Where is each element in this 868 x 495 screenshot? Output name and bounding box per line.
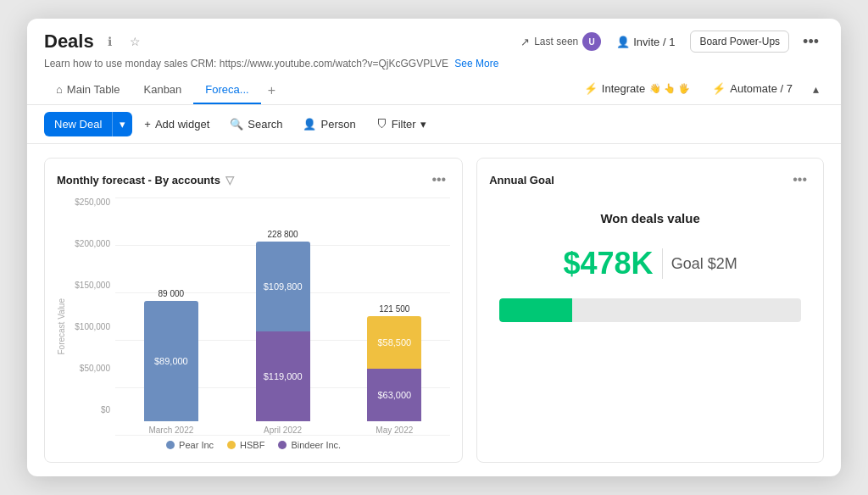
info-icon-btn[interactable]: ℹ bbox=[101, 32, 120, 51]
progress-bar-container bbox=[499, 298, 801, 322]
legend-pear-dot bbox=[166, 441, 175, 449]
y-axis: $250,000 $200,000 $150,000 $100,000 $50,… bbox=[68, 197, 115, 435]
subtitle-text: Learn how to use monday sales CRM: https… bbox=[44, 58, 448, 70]
new-deal-label[interactable]: New Deal bbox=[44, 112, 112, 136]
goal-target-label: Goal $2M bbox=[671, 255, 737, 273]
person-button[interactable]: 👤 Person bbox=[294, 113, 364, 136]
y-label-0: $0 bbox=[101, 405, 110, 414]
chart-card-header: Monthly forecast - By accounts ▽ ••• bbox=[57, 170, 450, 189]
bar-group-april: 228 800 $109,800 $119,000 April 2022 bbox=[256, 230, 310, 435]
automate-button[interactable]: ⚡ Automate / 7 bbox=[705, 78, 799, 99]
y-axis-label: Forecast Value bbox=[57, 278, 66, 355]
chart-outer: Forecast Value $250,000 $200,000 $150,00… bbox=[57, 197, 450, 435]
y-label-200k: $200,000 bbox=[75, 239, 110, 248]
add-widget-button[interactable]: + Add widget bbox=[136, 113, 218, 136]
new-deal-button[interactable]: New Deal ▾ bbox=[44, 112, 132, 136]
bar-march-total: 89 000 bbox=[159, 289, 185, 298]
progress-bar-fill bbox=[499, 298, 571, 322]
chart-legend: Pear Inc HSBF Bindeer Inc. bbox=[57, 440, 450, 450]
legend-bindeer: Bindeer Inc. bbox=[278, 440, 341, 450]
header-actions: ↗ Last seen U 👤 Invite / 1 Board Power-U… bbox=[520, 31, 824, 53]
tab-kanban-label: Kanban bbox=[144, 83, 182, 96]
invite-button[interactable]: 👤 Invite / 1 bbox=[609, 32, 682, 52]
toolbar-left: New Deal ▾ + Add widget 🔍 Search 👤 Perso… bbox=[44, 112, 435, 136]
chart-title-text: Monthly forecast - By accounts bbox=[57, 174, 220, 186]
collapse-button[interactable]: ▴ bbox=[808, 79, 824, 99]
app-window: Deals ℹ ☆ ↗ Last seen U 👤 Invite / 1 bbox=[27, 19, 841, 476]
person-icon: 👤 bbox=[303, 118, 316, 131]
page-title: Deals bbox=[44, 31, 94, 53]
tab-add-button[interactable]: + bbox=[261, 78, 282, 103]
tab-main-table-label: Main Table bbox=[67, 83, 120, 96]
plus-icon: + bbox=[144, 118, 151, 131]
info-icon: ℹ bbox=[108, 35, 112, 48]
bar-may-hsbf: $58,500 bbox=[367, 316, 421, 369]
y-label-50k: $50,000 bbox=[80, 364, 110, 373]
chart-menu-button[interactable]: ••• bbox=[427, 170, 450, 189]
bar-april-stack: $109,800 $119,000 bbox=[256, 242, 310, 421]
star-icon-btn[interactable]: ☆ bbox=[126, 32, 145, 51]
chart-filter-icon: ▽ bbox=[225, 174, 234, 186]
last-seen: ↗ Last seen U bbox=[520, 32, 601, 51]
subtitle: Learn how to use monday sales CRM: https… bbox=[44, 58, 824, 70]
legend-bindeer-dot bbox=[278, 441, 287, 449]
see-more-link[interactable]: See More bbox=[454, 58, 498, 70]
goal-current-value: $478K bbox=[564, 246, 654, 281]
filter-label: Filter bbox=[392, 118, 416, 131]
legend-hsbf-label: HSBF bbox=[240, 440, 264, 450]
annual-goal-menu-button[interactable]: ••• bbox=[788, 170, 811, 189]
chevron-up-icon: ▴ bbox=[813, 82, 819, 96]
hands-icons: 👋 👆 🖐 bbox=[649, 83, 690, 94]
chart-area: Forecast Value $250,000 $200,000 $150,00… bbox=[57, 197, 450, 450]
bar-may-bindeer: $63,000 bbox=[367, 369, 421, 421]
bar-march-stack: $89,000 bbox=[144, 301, 198, 421]
tab-kanban[interactable]: Kanban bbox=[132, 76, 194, 104]
y-label-250k: $250,000 bbox=[75, 197, 110, 207]
integrate-label: Integrate bbox=[602, 82, 645, 95]
bar-may-stack: $58,500 $63,000 bbox=[367, 316, 421, 421]
title-row: Deals ℹ ☆ bbox=[44, 31, 145, 53]
more-button[interactable]: ••• bbox=[798, 31, 824, 53]
new-deal-dropdown-icon[interactable]: ▾ bbox=[112, 112, 132, 136]
monthly-forecast-card: Monthly forecast - By accounts ▽ ••• For… bbox=[44, 158, 463, 463]
filter-button[interactable]: ⛉ Filter ▾ bbox=[368, 113, 435, 136]
bar-group-march: 89 000 $89,000 March 2022 bbox=[144, 289, 198, 435]
bar-march-label: March 2022 bbox=[148, 425, 193, 435]
content: Monthly forecast - By accounts ▽ ••• For… bbox=[27, 144, 841, 476]
y-label-150k: $150,000 bbox=[75, 281, 110, 290]
goal-value-row: $478K Goal $2M bbox=[489, 246, 811, 281]
y-label-100k: $100,000 bbox=[75, 322, 110, 331]
user-icon: 👤 bbox=[616, 36, 630, 48]
header-right-actions: ⚡ Integrate 👋 👆 🖐 ⚡ Automate / 7 ▴ bbox=[577, 78, 824, 104]
search-label: Search bbox=[248, 118, 282, 131]
add-widget-label: Add widget bbox=[155, 118, 209, 131]
search-icon: 🔍 bbox=[230, 118, 243, 131]
tab-forecast-label: Foreca... bbox=[205, 83, 248, 96]
board-power-ups-button[interactable]: Board Power-Ups bbox=[690, 31, 789, 53]
bar-group-may: 121 500 $58,500 $63,000 May 2022 bbox=[367, 304, 421, 435]
search-button[interactable]: 🔍 Search bbox=[221, 113, 291, 136]
filter-chevron-icon: ▾ bbox=[420, 118, 426, 131]
won-deals-title: Won deals value bbox=[489, 211, 811, 225]
more-icon: ••• bbox=[803, 33, 819, 50]
star-icon: ☆ bbox=[130, 35, 141, 48]
bar-april-pear: $109,800 bbox=[256, 242, 310, 331]
annual-goal-header: Annual Goal ••• bbox=[489, 170, 811, 189]
bar-april-bindeer: $119,000 bbox=[256, 331, 310, 421]
bars-container: 89 000 $89,000 March 2022 228 800 $1 bbox=[115, 197, 450, 435]
last-seen-label: Last seen bbox=[534, 36, 578, 47]
tab-forecast[interactable]: Foreca... bbox=[193, 76, 260, 104]
home-icon: ⌂ bbox=[56, 83, 63, 96]
person-label: Person bbox=[320, 118, 355, 131]
integrate-button[interactable]: ⚡ Integrate 👋 👆 🖐 bbox=[577, 78, 697, 99]
invite-label: Invite / 1 bbox=[633, 36, 675, 48]
legend-bindeer-label: Bindeer Inc. bbox=[291, 440, 341, 450]
header: Deals ℹ ☆ ↗ Last seen U 👤 Invite / 1 bbox=[27, 19, 841, 105]
legend-hsbf-dot bbox=[227, 441, 236, 449]
filter-icon: ⛉ bbox=[376, 118, 387, 131]
goal-separator bbox=[662, 248, 663, 279]
bar-april-total: 228 800 bbox=[268, 230, 298, 239]
avatar: U bbox=[582, 32, 601, 51]
tab-main-table[interactable]: ⌂ Main Table bbox=[44, 76, 132, 104]
legend-pear-label: Pear Inc bbox=[179, 440, 214, 450]
